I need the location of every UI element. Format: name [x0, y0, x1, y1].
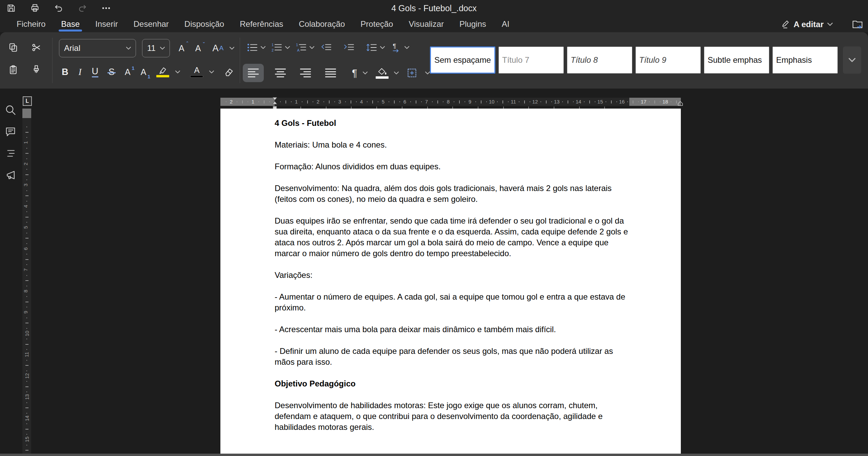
formatting-marks-dropdown[interactable] — [363, 72, 368, 75]
numbered-list-dropdown[interactable] — [285, 46, 290, 49]
ruler-tick — [26, 318, 27, 318]
numbered-list-button[interactable]: 1 2 — [271, 42, 282, 53]
doc-paragraph[interactable]: - Definir um aluno de cada equipe para d… — [275, 346, 632, 367]
doc-paragraph[interactable]: Materiais: Uma bola e 4 cones. — [275, 139, 632, 150]
paragraph-direction-dropdown[interactable] — [405, 46, 409, 49]
open-file-location-button[interactable] — [852, 19, 863, 30]
style-chip-5[interactable]: Subtle emphas — [704, 46, 769, 74]
font-size-select[interactable]: 11 — [142, 39, 170, 57]
bullet-list-dropdown[interactable] — [261, 46, 265, 49]
ruler-number: 10 — [489, 99, 495, 104]
superscript-button[interactable]: A 1 — [125, 67, 131, 77]
align-left-button[interactable] — [243, 64, 264, 82]
tab-stop-selector[interactable]: L — [23, 96, 32, 106]
shrink-font-button[interactable]: A ˇ — [195, 43, 201, 53]
print-button[interactable] — [30, 3, 40, 13]
menu-item-ai[interactable]: AI — [494, 16, 517, 32]
paragraph-direction-button[interactable]: ¶ — [391, 42, 401, 53]
multilevel-list-button[interactable]: 1 A — [296, 42, 307, 53]
style-chip-1[interactable]: Sem espaçame — [430, 46, 495, 74]
subscript-button[interactable]: A 1 — [141, 67, 146, 77]
shading-button[interactable] — [376, 67, 389, 79]
redo-button[interactable] — [77, 3, 87, 13]
menu-item-desenhar[interactable]: Desenhar — [126, 16, 177, 32]
right-indent-marker[interactable] — [677, 101, 683, 107]
highlight-color-button[interactable] — [156, 66, 169, 77]
highlight-color-dropdown[interactable] — [175, 71, 180, 74]
strikethrough-button[interactable]: S — [108, 68, 115, 77]
borders-button[interactable] — [407, 68, 417, 78]
menu-item-referencias[interactable]: Referências — [232, 16, 291, 32]
borders-icon — [407, 68, 417, 78]
font-color-dropdown[interactable] — [209, 71, 214, 74]
line-spacing-button[interactable] — [366, 42, 377, 53]
document-content[interactable]: 4 Gols - FutebolMateriais: Uma bola e 4 … — [220, 109, 681, 433]
font-color-swatch — [190, 75, 203, 78]
doc-paragraph[interactable]: Variações: — [275, 270, 632, 281]
paste-button[interactable] — [8, 65, 18, 75]
comments-button[interactable] — [5, 126, 17, 138]
menu-item-plugins[interactable]: Plugins — [452, 16, 494, 32]
menu-item-inserir[interactable]: Inserir — [87, 16, 126, 32]
underline-button[interactable]: U — [92, 67, 99, 77]
doc-paragraph[interactable]: - Acrescentar mais uma bola para deixar … — [275, 324, 632, 335]
doc-paragraph[interactable]: Desenvolvimento de habilidades motoras: … — [275, 400, 632, 433]
menu-item-disposicao[interactable]: Disposição — [177, 16, 232, 32]
cut-button[interactable] — [31, 42, 41, 53]
font-color-button[interactable]: A — [190, 66, 203, 78]
style-chip-6[interactable]: Emphasis — [772, 46, 838, 74]
style-chip-3[interactable]: Título 8 — [567, 46, 632, 74]
doc-paragraph[interactable]: Desenvolvimento: Na quadra, além dos doi… — [275, 183, 632, 205]
change-case-button[interactable]: AA — [212, 43, 223, 54]
menu-item-visualizar[interactable]: Visualizar — [401, 16, 452, 32]
edit-mode-selector[interactable]: A editar — [781, 16, 833, 32]
more-actions-button[interactable] — [101, 3, 111, 13]
horizontal-ruler[interactable]: 21123456789101112131415161718 — [220, 98, 681, 106]
save-button[interactable] — [6, 3, 16, 13]
justify-button[interactable] — [322, 67, 339, 79]
bullet-list-button[interactable] — [247, 42, 258, 53]
align-right-button[interactable] — [297, 67, 314, 79]
style-gallery-expand-button[interactable] — [843, 46, 861, 74]
formatting-marks-button[interactable]: ¶ — [352, 68, 357, 78]
increase-indent-button[interactable] — [343, 42, 354, 53]
bold-button[interactable]: B — [62, 68, 68, 77]
change-case-dropdown[interactable] — [230, 47, 234, 50]
clear-formatting-button[interactable] — [224, 67, 234, 77]
doc-paragraph[interactable]: Duas equipes irão se enfrentar, sendo qu… — [275, 215, 632, 259]
font-name-select[interactable]: Arial — [59, 39, 136, 57]
style-chip-2[interactable]: Título 7 — [498, 46, 564, 74]
line-spacing-dropdown[interactable] — [380, 46, 385, 49]
align-center-button[interactable] — [272, 67, 289, 79]
megaphone-icon — [5, 169, 16, 181]
doc-paragraph[interactable]: Objetivo Pedagógico — [275, 378, 632, 389]
multilevel-list-dropdown[interactable] — [310, 46, 314, 49]
italic-button[interactable]: I — [79, 68, 82, 77]
document-page[interactable]: 4 Gols - FutebolMateriais: Uma bola e 4 … — [220, 109, 681, 454]
ruler-number: 9 — [23, 311, 28, 314]
menu-item-ficheiro[interactable]: Ficheiro — [9, 16, 53, 32]
undo-button[interactable] — [54, 3, 64, 13]
doc-paragraph[interactable]: 4 Gols - Futebol — [275, 118, 632, 129]
outline-button[interactable] — [5, 148, 17, 160]
vertical-ruler[interactable]: 123456789101112131415 — [22, 109, 31, 455]
ruler-number: 9 — [469, 99, 471, 104]
menu-item-protecao[interactable]: Proteção — [353, 16, 401, 32]
announcements-button[interactable] — [5, 169, 17, 182]
ruler-tick — [546, 100, 547, 103]
align-left-icon — [247, 67, 260, 79]
borders-dropdown[interactable] — [425, 72, 430, 75]
decrease-indent-button[interactable] — [321, 42, 332, 53]
titlebar: 4 Gols - Futebol_.docx — [0, 0, 868, 16]
style-chip-4[interactable]: Título 9 — [635, 46, 701, 74]
menu-item-colaboracao[interactable]: Colaboração — [291, 16, 353, 32]
search-button[interactable] — [5, 104, 17, 116]
grow-font-button[interactable]: A ˆ — [179, 43, 184, 53]
format-painter-button[interactable] — [31, 65, 41, 75]
doc-paragraph[interactable]: - Aumentar o número de equipes. A cada g… — [275, 291, 632, 313]
copy-button[interactable] — [8, 42, 18, 53]
menu-item-base[interactable]: Base — [53, 16, 87, 32]
shading-dropdown[interactable] — [394, 72, 399, 75]
doc-paragraph[interactable]: Formação: Alunos divididos em duas equip… — [275, 161, 632, 172]
ruler-number: 8 — [23, 289, 28, 292]
